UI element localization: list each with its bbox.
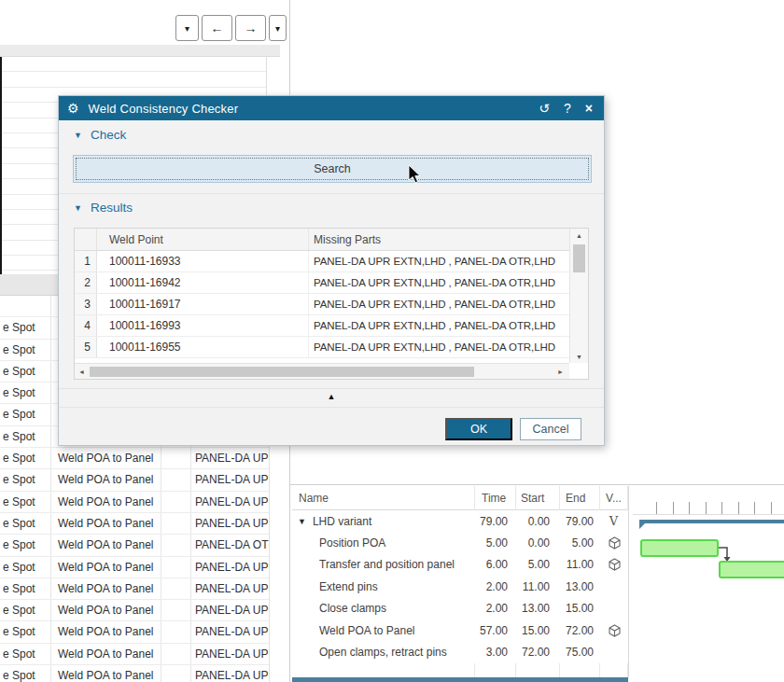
dialog-titlebar[interactable]: ⚙ Weld Consistency Checker ↺ ? × <box>59 96 604 120</box>
scroll-down-icon[interactable]: ▼ <box>570 350 588 363</box>
missing-parts-cell: PANEL-DA UPR EXTN,LHD , PANEL-DA OTR,LHD <box>308 315 569 336</box>
ok-button[interactable]: OK <box>445 418 512 440</box>
operation-name-cell: Close clamps <box>292 602 474 615</box>
action-cell: Weld POA to Panel <box>51 469 161 490</box>
gantt-divider <box>628 486 629 677</box>
gantt-bar[interactable] <box>640 539 719 557</box>
result-row[interactable]: 1100011-16933PANEL-DA UPR EXTN,LHD , PAN… <box>75 251 588 272</box>
operation-name: Weld POA to Panel <box>319 624 415 637</box>
sequence-row[interactable]: ▼LHD variant79.000.0079.00V <box>292 510 628 532</box>
table-row[interactable]: e SpotWeld POA to PanelPANEL-DA UPR <box>0 644 269 665</box>
table-row[interactable]: e SpotWeld POA to PanelPANEL-DA UPR <box>0 665 269 682</box>
operation-name-cell: Transfer and position panel <box>292 558 474 571</box>
start-cell: 5.00 <box>516 558 560 571</box>
sequence-row[interactable]: Extend pins2.0011.0013.00 <box>292 576 628 597</box>
start-cell: 13.00 <box>516 602 560 615</box>
type-cell <box>600 558 628 571</box>
close-icon[interactable]: × <box>585 102 593 115</box>
end-cell: 13.00 <box>560 580 600 593</box>
result-row[interactable]: 5100011-16955PANEL-DA UPR EXTN,LHD , PAN… <box>75 337 588 358</box>
operation-cell: e Spot <box>0 621 51 642</box>
scroll-up-icon[interactable]: ▲ <box>570 229 588 242</box>
part-cell: PANEL-DA UPR <box>191 469 269 490</box>
prev-alternative-dropdown-button[interactable]: ▾ <box>175 15 199 41</box>
column-header-name[interactable]: Name <box>299 492 329 505</box>
cancel-button[interactable]: Cancel <box>520 418 581 440</box>
next-location-button[interactable]: → <box>235 15 266 41</box>
missing-parts-column-header[interactable]: Missing Parts <box>308 229 569 250</box>
table-row[interactable]: e SpotWeld POA to PanelPANEL-DA UPR <box>0 469 269 491</box>
gear-icon: ⚙ <box>67 102 79 115</box>
result-row[interactable]: 2100011-16942PANEL-DA UPR EXTN,LHD , PAN… <box>75 272 588 294</box>
table-row[interactable]: e SpotWeld POA to PanelPANEL-DA UPR <box>0 513 269 535</box>
results-table: Weld Point Missing Parts 1100011-16933PA… <box>74 228 589 380</box>
operation-cell: e Spot <box>0 492 51 512</box>
collapse-triangle-icon: ▼ <box>74 203 82 213</box>
gantt-bar[interactable] <box>719 561 784 578</box>
action-cell: Weld POA to Panel <box>51 621 161 642</box>
table-row[interactable]: e SpotWeld POA to PanelPANEL-DA UPR <box>0 492 269 513</box>
operation-name-cell: Position POA <box>292 536 474 550</box>
part-cell: PANEL-DA UPR <box>191 600 269 620</box>
sequence-row[interactable]: Close clamps2.0013.0015.00 <box>292 598 628 619</box>
table-row[interactable] <box>0 72 266 87</box>
column-header-end[interactable]: End <box>566 492 585 505</box>
scrollbar-thumb[interactable] <box>573 244 585 272</box>
results-rows: 1100011-16933PANEL-DA UPR EXTN,LHD , PAN… <box>75 251 588 358</box>
horizontal-scrollbar[interactable]: ◄ ► <box>75 363 569 379</box>
scroll-left-icon[interactable]: ◄ <box>75 364 89 379</box>
results-section-header[interactable]: ▼ Results <box>74 201 133 215</box>
vertical-scrollbar[interactable]: ▲ ▼ <box>569 229 588 363</box>
help-icon[interactable]: ? <box>564 102 571 115</box>
row-number-header <box>75 229 97 250</box>
search-button[interactable]: Search <box>73 155 592 183</box>
time-cell: 3.00 <box>474 646 516 659</box>
table-row[interactable]: e SpotWeld POA to PanelPANEL-DA UPR <box>0 557 269 578</box>
sequence-row[interactable]: Weld POA to Panel57.0015.0072.00 <box>292 619 628 641</box>
scrollbar-thumb[interactable] <box>90 367 474 377</box>
scroll-right-icon[interactable]: ► <box>553 364 567 379</box>
ruler-tick <box>656 502 657 514</box>
gantt-chart[interactable] <box>633 485 784 682</box>
column-header-start[interactable]: Start <box>521 492 544 505</box>
action-cell: Weld POA to Panel <box>51 665 161 682</box>
sequence-row[interactable]: Transfer and position panel6.005.0011.00 <box>292 554 628 576</box>
table-row[interactable]: e SpotWeld POA to PanelPANEL-DA UPR <box>0 448 269 469</box>
action-cell: Weld POA to Panel <box>51 578 161 599</box>
collapse-triangle-icon: ▼ <box>74 131 82 140</box>
check-section-header[interactable]: ▼ Check <box>74 128 126 142</box>
weld-point-column-header[interactable]: Weld Point <box>97 233 308 246</box>
operation-name: Extend pins <box>319 580 378 593</box>
time-cell: 79.00 <box>474 515 516 528</box>
part-cell: PANEL-DA UPR <box>191 665 269 682</box>
sequence-row[interactable]: Open clamps, retract pins3.0072.0075.00 <box>292 641 628 662</box>
table-row[interactable]: e SpotWeld POA to PanelPANEL-DA UPR <box>0 578 269 600</box>
column-header-time[interactable]: Time <box>482 492 506 505</box>
ruler-tick <box>706 502 707 514</box>
table-row[interactable]: e SpotWeld POA to PanelPANEL-DA OTR <box>0 535 269 556</box>
table-header-band <box>0 45 280 57</box>
operation-cell: e Spot <box>0 557 51 578</box>
expander-icon[interactable]: ▼ <box>298 517 306 526</box>
sequence-row[interactable]: Position POA5.000.005.00 <box>292 532 628 553</box>
row-number-cell: 1 <box>75 251 97 271</box>
next-alternative-dropdown-button[interactable]: ▾ <box>269 15 287 41</box>
action-cell: Weld POA to Panel <box>51 492 161 512</box>
end-cell: 79.00 <box>560 515 600 528</box>
footer-divider <box>59 388 604 389</box>
gantt-summary-bar[interactable] <box>639 520 784 523</box>
table-row[interactable] <box>0 57 266 72</box>
empty-cell <box>161 492 191 512</box>
prev-location-button[interactable]: ← <box>202 15 232 41</box>
reset-icon[interactable]: ↺ <box>539 102 550 115</box>
empty-cell <box>161 557 191 578</box>
empty-cell <box>161 469 191 490</box>
result-row[interactable]: 4100011-16993PANEL-DA UPR EXTN,LHD , PAN… <box>75 315 588 337</box>
table-row[interactable]: e SpotWeld POA to PanelPANEL-DA UPR <box>0 621 269 643</box>
panel-collapse-arrow[interactable]: ▲ <box>328 392 336 401</box>
selected-row-strip <box>292 677 628 682</box>
column-header-variant[interactable]: V... <box>606 492 622 505</box>
result-row[interactable]: 3100011-16917PANEL-DA UPR EXTN,LHD , PAN… <box>75 294 588 315</box>
end-cell: 75.00 <box>560 646 600 659</box>
table-row[interactable]: e SpotWeld POA to PanelPANEL-DA UPR <box>0 600 269 621</box>
